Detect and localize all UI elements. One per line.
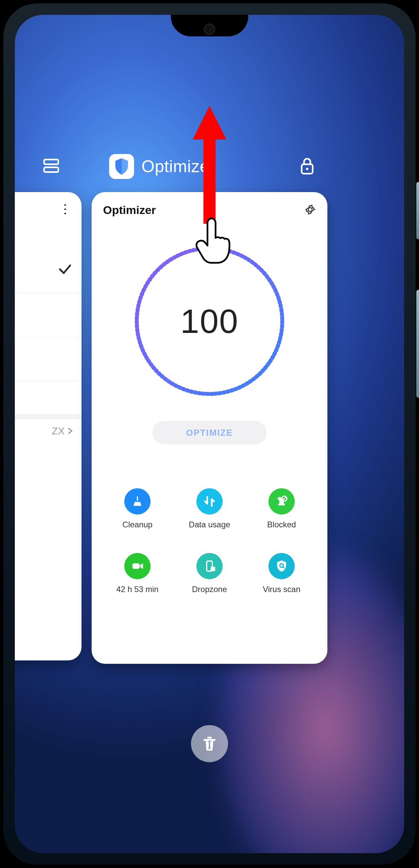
tool-blocked[interactable]: Blocked — [247, 488, 316, 529]
chevron-right-icon — [67, 428, 73, 434]
lock-app-button[interactable] — [299, 156, 315, 177]
block-icon — [275, 495, 288, 508]
tool-label: Dropzone — [192, 585, 227, 594]
tools-grid: Cleanup Data usage Blocked 42 h 53 min — [103, 488, 316, 594]
notch — [171, 15, 248, 36]
svg-point-3 — [306, 168, 309, 170]
clear-all-button[interactable] — [191, 725, 228, 762]
card-title: Optimizer — [103, 204, 156, 217]
pointer-hand-icon — [195, 217, 232, 266]
shield-icon — [114, 158, 129, 175]
tool-screen-time[interactable]: 42 h 53 min — [103, 553, 172, 594]
screen: Optimizer ⋯ ZX — [15, 15, 404, 853]
volume-button — [416, 290, 419, 398]
previous-app-card[interactable]: ⋯ ZX — [15, 192, 82, 660]
prev-card-tag: ZX — [52, 425, 65, 437]
swipe-up-arrow — [189, 106, 230, 225]
optimizer-app-icon — [109, 154, 134, 179]
layout-rows-icon — [42, 156, 61, 175]
phone-icon — [203, 559, 216, 573]
prev-card-row[interactable]: ZX — [52, 425, 73, 437]
video-icon — [131, 559, 144, 573]
tool-label: Cleanup — [122, 520, 152, 529]
more-icon[interactable]: ⋯ — [58, 203, 73, 215]
settings-button[interactable] — [304, 204, 316, 217]
phone-frame: Optimizer ⋯ ZX — [0, 0, 419, 868]
tool-label: 42 h 53 min — [116, 585, 158, 594]
tool-label: Virus scan — [263, 585, 300, 594]
broom-icon — [131, 495, 144, 508]
tool-data-usage[interactable]: Data usage — [175, 488, 244, 529]
checkmark-icon — [57, 261, 73, 278]
svg-rect-9 — [211, 567, 215, 571]
layout-toggle[interactable] — [42, 156, 61, 177]
gear-icon — [304, 204, 316, 215]
tool-dropzone[interactable]: Dropzone — [175, 553, 244, 594]
tool-label: Blocked — [267, 520, 296, 529]
lock-icon — [299, 156, 315, 175]
power-button — [416, 182, 419, 239]
svg-rect-0 — [44, 159, 58, 164]
optimize-button[interactable]: OPTIMIZE — [152, 421, 267, 444]
svg-marker-12 — [193, 106, 226, 224]
svg-rect-7 — [132, 563, 140, 569]
arrows-icon — [203, 495, 216, 508]
trash-icon — [200, 735, 219, 753]
svg-line-6 — [283, 497, 286, 500]
tool-cleanup[interactable]: Cleanup — [103, 488, 172, 529]
tool-label: Data usage — [189, 520, 230, 529]
svg-rect-1 — [44, 167, 58, 172]
shield-search-icon — [275, 559, 288, 573]
tool-virus-scan[interactable]: Virus scan — [247, 553, 316, 594]
